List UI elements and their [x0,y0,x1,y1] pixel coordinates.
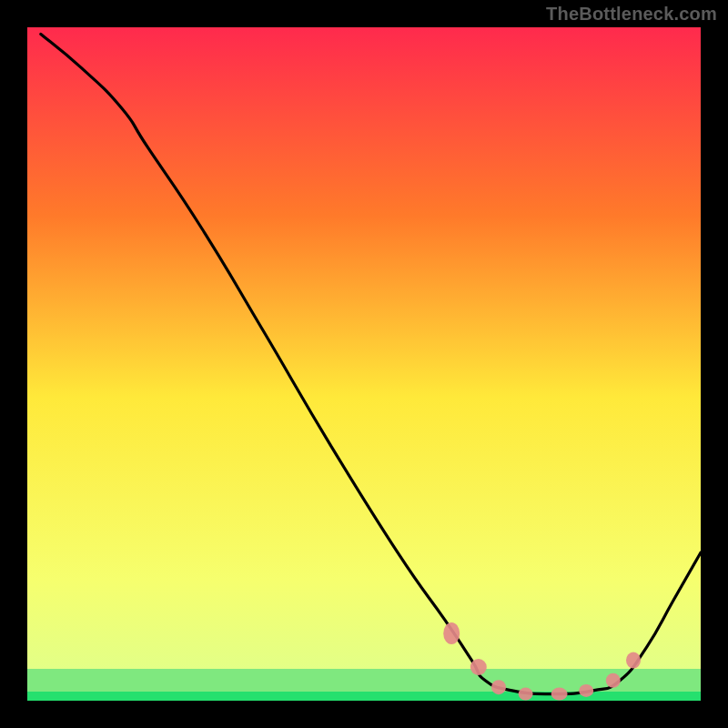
curve-marker [606,673,621,688]
plot-background [27,27,701,701]
curve-marker [443,622,460,644]
curve-marker [470,659,487,675]
chart-container: TheBottleneck.com [0,0,728,728]
curve-marker [519,688,533,701]
curve-marker [579,684,593,697]
curve-marker [551,688,568,701]
watermark-label: TheBottleneck.com [546,4,717,25]
green-band-bright [27,692,701,701]
line-chart [0,0,728,728]
curve-marker [626,652,641,669]
curve-marker [491,680,506,694]
